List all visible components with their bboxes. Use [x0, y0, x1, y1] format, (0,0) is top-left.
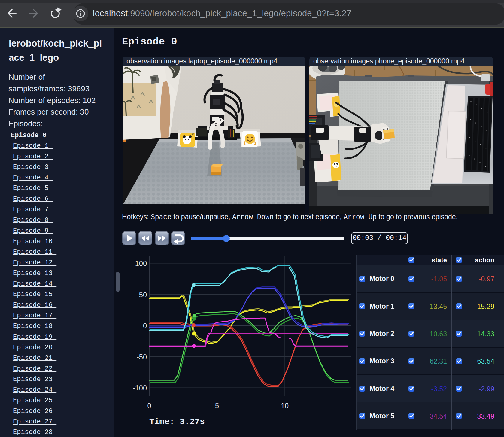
svg-text:-50: -50	[137, 353, 147, 361]
svg-text:100: 100	[135, 260, 147, 267]
svg-text:-100: -100	[133, 384, 147, 392]
svg-text:0: 0	[147, 402, 151, 410]
svg-text:10: 10	[281, 402, 289, 410]
svg-text:5: 5	[215, 402, 219, 410]
svg-text:0: 0	[143, 322, 147, 330]
svg-text:50: 50	[139, 291, 147, 299]
